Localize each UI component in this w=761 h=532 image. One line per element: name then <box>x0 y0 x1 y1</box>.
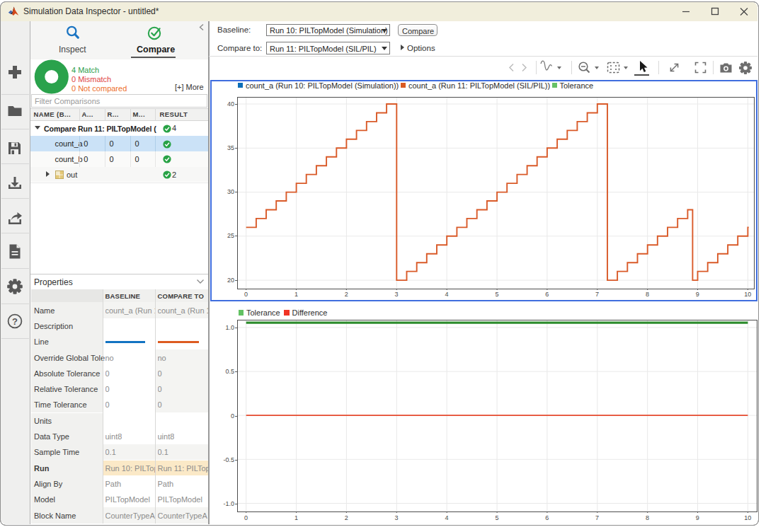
svg-text:?: ? <box>12 316 18 327</box>
